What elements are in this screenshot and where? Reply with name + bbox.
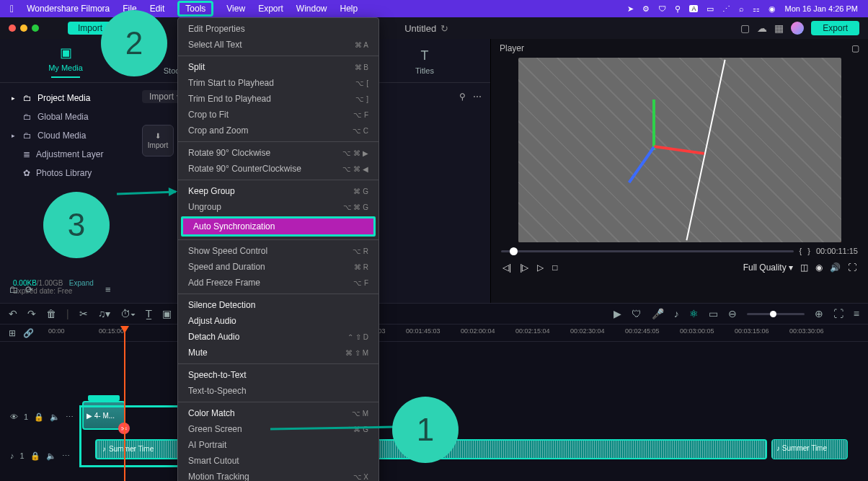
control-center-icon[interactable]: ⚏ bbox=[753, 4, 760, 14]
shield-icon[interactable]: 🛡 bbox=[658, 4, 666, 13]
menubar-datetime[interactable]: Mon 16 Jan 4:26 PM bbox=[784, 4, 858, 13]
mute-icon[interactable]: 🔈 bbox=[50, 412, 60, 422]
brace-right[interactable]: } bbox=[807, 247, 810, 255]
more-icon[interactable]: ⋯ bbox=[66, 412, 74, 422]
menu-show-speed[interactable]: Show Speed Control⌥ R bbox=[178, 243, 378, 259]
menu-auto-synchronization[interactable]: Auto Synchronization bbox=[181, 216, 376, 237]
menu-silence-detection[interactable]: Silence Detection bbox=[178, 297, 378, 313]
menu-rotate-cw[interactable]: Rotate 90° Clockwise⌥ ⌘ ▶ bbox=[178, 145, 378, 161]
device-icon[interactable]: ▢ bbox=[740, 22, 750, 34]
bluetooth-icon[interactable]: ⚲ bbox=[675, 4, 681, 14]
capture-icon[interactable]: ◉ bbox=[815, 262, 823, 273]
sidebar-item-cloud-media[interactable]: ▸🗀Cloud Media bbox=[0, 126, 133, 145]
timeline-ruler[interactable]: 00:00 00:15:00 00:01:30:03 00:01:45:03 0… bbox=[41, 325, 868, 341]
tab-titles[interactable]: TTitles bbox=[399, 48, 450, 75]
delete-icon[interactable]: 🗑 bbox=[46, 308, 56, 319]
speed-icon[interactable]: ⏱▾ bbox=[120, 308, 136, 319]
redo-icon[interactable]: ↷ bbox=[27, 308, 36, 319]
audio-track-header[interactable]: ♪1🔒🔈⋯ bbox=[10, 451, 75, 461]
video-clip[interactable]: ▶ 4- M... ✂ bbox=[82, 401, 125, 430]
group-icon[interactable]: ▭ bbox=[709, 308, 718, 319]
list-icon[interactable]: ≡ bbox=[854, 308, 859, 319]
audio-clip-2[interactable]: ♪ Summer Time bbox=[771, 439, 848, 459]
export-button[interactable]: Export bbox=[811, 21, 859, 35]
marker-icon[interactable]: 🛡 bbox=[632, 308, 642, 319]
grid-icon[interactable]: ▦ bbox=[774, 22, 784, 34]
menubar-tools[interactable]: Tools bbox=[177, 1, 213, 17]
sidebar-item-adjustment-layer[interactable]: ≣Adjustment Layer bbox=[0, 145, 133, 164]
sidebar-item-global-media[interactable]: 🗀Global Media bbox=[0, 107, 133, 126]
menu-adjust-audio[interactable]: Adjust Audio bbox=[178, 313, 378, 329]
prev-frame-icon[interactable]: ◁| bbox=[502, 262, 511, 273]
menu-mute[interactable]: Mute⌘ ⇧ M bbox=[178, 345, 378, 361]
siri-icon[interactable]: ◉ bbox=[769, 4, 776, 14]
menubar-view[interactable]: View bbox=[226, 4, 245, 14]
window-minimize-icon[interactable] bbox=[20, 25, 27, 32]
track-add-icon[interactable]: ⊞ bbox=[9, 328, 16, 338]
compare-icon[interactable]: ◫ bbox=[800, 262, 808, 273]
render-icon[interactable]: ▶ bbox=[614, 308, 621, 319]
player-scrubber[interactable] bbox=[501, 250, 794, 252]
menu-split[interactable]: Split⌘ B bbox=[178, 59, 378, 75]
mic-icon[interactable]: 🎤 bbox=[652, 308, 664, 319]
stop-icon[interactable]: □ bbox=[552, 262, 557, 273]
menu-smart-cutout[interactable]: Smart Cutout bbox=[178, 453, 378, 469]
volume-icon[interactable]: 🔊 bbox=[830, 262, 841, 273]
wifi-icon[interactable]: ⋰ bbox=[722, 4, 730, 14]
mute-icon[interactable]: 🔈 bbox=[46, 451, 56, 461]
menubar-export[interactable]: Export bbox=[258, 4, 283, 14]
text-tool-icon[interactable]: T̲ bbox=[146, 308, 152, 319]
menu-text-to-speech[interactable]: Text-to-Speech bbox=[178, 383, 378, 399]
lock-icon[interactable]: 🔒 bbox=[34, 412, 44, 422]
zoom-in-icon[interactable]: ⊕ bbox=[815, 308, 823, 319]
lock-icon[interactable]: 🔒 bbox=[30, 451, 40, 461]
eye-icon[interactable]: 👁 bbox=[10, 412, 18, 421]
window-close-icon[interactable] bbox=[9, 25, 16, 32]
more-icon[interactable]: ⋯ bbox=[473, 92, 482, 102]
menu-motion-tracking[interactable]: Motion Tracking⌥ X bbox=[178, 469, 378, 481]
menu-add-freeze[interactable]: Add Freeze Frame⌥ F bbox=[178, 275, 378, 291]
auto-icon[interactable]: ⚛ bbox=[689, 308, 699, 319]
window-maximize-icon[interactable] bbox=[32, 25, 39, 32]
menu-crop-fit[interactable]: Crop to Fit⌥ F bbox=[178, 107, 378, 123]
link-icon[interactable]: 🔗 bbox=[23, 328, 34, 338]
music-icon[interactable]: ♫▾ bbox=[98, 308, 111, 319]
sidebar-item-photos-library[interactable]: ✿Photos Library bbox=[0, 164, 133, 182]
search-icon[interactable]: ⌕ bbox=[739, 4, 744, 13]
menu-ai-portrait[interactable]: AI Portrait bbox=[178, 437, 378, 453]
avatar[interactable] bbox=[791, 22, 804, 35]
panel-folder-icon[interactable]: 🗀 bbox=[9, 284, 18, 295]
menu-speech-to-text[interactable]: Speech-to-Text bbox=[178, 367, 378, 383]
menu-crop-zoom[interactable]: Crop and Zoom⌥ C bbox=[178, 123, 378, 138]
menu-edit-properties[interactable]: Edit Properties bbox=[178, 21, 378, 37]
menu-ungroup[interactable]: Ungroup⌥ ⌘ G bbox=[178, 199, 378, 215]
menu-keep-group[interactable]: Keep Group⌘ G bbox=[178, 183, 378, 199]
menu-trim-start[interactable]: Trim Start to Playhead⌥ [ bbox=[178, 75, 378, 91]
zoom-out-icon[interactable]: ⊖ bbox=[728, 308, 737, 319]
menubar-help[interactable]: Help bbox=[340, 4, 358, 14]
playhead[interactable] bbox=[124, 327, 125, 481]
undo-icon[interactable]: ↶ bbox=[9, 308, 17, 319]
apple-logo-icon[interactable]:  bbox=[10, 3, 14, 14]
fullscreen-icon[interactable]: ⛶ bbox=[848, 262, 856, 273]
brace-left[interactable]: { bbox=[800, 247, 802, 255]
menubar-app-name[interactable]: Wondershare Filmora bbox=[27, 4, 110, 14]
fit-icon[interactable]: ⛶ bbox=[833, 308, 843, 319]
menubar-edit[interactable]: Edit bbox=[150, 4, 165, 14]
snapshot-icon[interactable]: ▢ bbox=[851, 43, 859, 53]
tab-my-media[interactable]: ▣My Media bbox=[40, 45, 91, 78]
menu-color-match[interactable]: Color Match⌥ M bbox=[178, 405, 378, 421]
menu-select-all-text[interactable]: Select All Text⌘ A bbox=[178, 37, 378, 53]
location-icon[interactable]: ➤ bbox=[627, 4, 634, 14]
menu-speed-duration[interactable]: Speed and Duration⌘ R bbox=[178, 259, 378, 275]
panel-view-icon[interactable]: ≡ bbox=[105, 284, 111, 295]
menubar-window[interactable]: Window bbox=[296, 4, 327, 14]
more-icon[interactable]: ⋯ bbox=[62, 451, 70, 461]
menu-detach-audio[interactable]: Detach Audio⌃ ⇧ D bbox=[178, 329, 378, 345]
player-preview[interactable] bbox=[518, 58, 841, 242]
video-track-header[interactable]: 👁1🔒🔈⋯ bbox=[10, 412, 75, 422]
sidebar-item-project-media[interactable]: ▸🗀Project Media bbox=[0, 89, 133, 107]
zoom-slider[interactable] bbox=[747, 313, 805, 315]
mixer-icon[interactable]: ♪ bbox=[674, 308, 679, 319]
menu-trim-end[interactable]: Trim End to Playhead⌥ ] bbox=[178, 91, 378, 107]
